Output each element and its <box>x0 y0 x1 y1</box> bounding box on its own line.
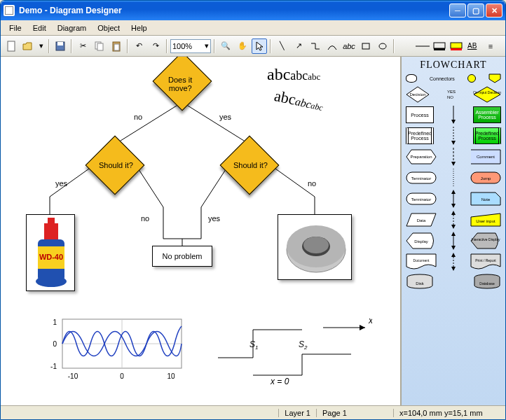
pal-process[interactable]: Process <box>406 106 434 123</box>
pal-preparation[interactable]: Preparation <box>406 149 437 164</box>
open-dropdown[interactable]: ▾ <box>37 38 46 54</box>
svg-line-23 <box>201 165 228 207</box>
pal-disk[interactable]: Disk <box>406 274 434 289</box>
menu-diagram[interactable]: Diagram <box>52 22 93 34</box>
svg-text:0: 0 <box>120 372 124 380</box>
label-yes2: yes <box>55 179 67 188</box>
curve-tool[interactable] <box>324 38 340 54</box>
sine-plot[interactable]: 1 0 -1 -10 0 10 <box>41 316 189 386</box>
minimize-button[interactable]: ─ <box>449 4 466 18</box>
ellipse-tool[interactable] <box>375 38 390 54</box>
pal-circle[interactable] <box>467 74 476 83</box>
new-button[interactable] <box>4 38 19 54</box>
close-button[interactable]: ✕ <box>486 4 502 18</box>
svg-point-36 <box>303 237 329 253</box>
image-ducttape[interactable] <box>278 214 352 280</box>
magnify-button[interactable]: 🔍 <box>218 38 233 54</box>
svg-marker-66 <box>451 162 456 166</box>
pal-display[interactable]: Display <box>406 232 437 249</box>
pal-oninput[interactable]: On-Input Decision <box>473 86 501 103</box>
label-no: no <box>134 113 142 121</box>
svg-text:User input: User input <box>476 219 495 223</box>
pal-interactive[interactable]: Interactive Display <box>470 232 501 249</box>
maximize-button[interactable]: ▢ <box>467 4 484 18</box>
pointer-button[interactable] <box>252 38 267 54</box>
svg-marker-77 <box>451 204 456 208</box>
svg-rect-13 <box>451 48 462 50</box>
svg-text:Database: Database <box>479 281 495 286</box>
svg-line-15 <box>115 102 182 144</box>
arrow-tool[interactable]: ↗ <box>291 38 306 54</box>
rect-tool[interactable] <box>358 38 374 54</box>
pal-terminator1[interactable]: Terminator <box>406 172 437 184</box>
pal-ellipse[interactable] <box>406 74 417 83</box>
copy-button[interactable] <box>92 38 107 54</box>
zoom-combo[interactable]: 100%▾ <box>170 39 211 53</box>
pal-decision[interactable]: Decision <box>406 86 430 103</box>
pal-print[interactable]: Print / Report <box>470 253 501 270</box>
svg-marker-86 <box>451 232 456 236</box>
statusbar: Layer 1 Page 1 x=104,0 mm y=15,1 mm <box>1 405 505 419</box>
pal-comment[interactable]: Comment <box>470 149 501 164</box>
pal-predef2[interactable]: Predefined Process <box>473 127 501 144</box>
text-sample[interactable]: abcabcabc <box>267 65 320 84</box>
menu-object[interactable]: Object <box>92 22 125 34</box>
align-button[interactable]: ≡ <box>483 38 498 54</box>
pal-predef1[interactable]: Predefined Process <box>406 127 434 144</box>
connector-tool[interactable] <box>308 38 323 54</box>
shape-palette[interactable]: FLOWCHART Connectors Decision YESNO On-I… <box>400 57 505 405</box>
canvas[interactable]: Does it move? Should it? Should it? No p… <box>1 57 400 405</box>
svg-text:10: 10 <box>167 372 175 380</box>
svg-text:Display: Display <box>414 239 428 244</box>
pan-button[interactable]: ✋ <box>235 38 250 54</box>
svg-rect-0 <box>8 41 15 51</box>
svg-text:AB: AB <box>467 42 477 50</box>
titlebar: Demo - Diagram Designer ─ ▢ ✕ <box>1 1 505 20</box>
pal-data[interactable]: Data <box>406 213 437 227</box>
svg-rect-6 <box>114 44 119 50</box>
pal-terminator2[interactable]: Terminator <box>406 192 437 205</box>
svg-marker-76 <box>451 190 456 194</box>
svg-text:On-Input Decision: On-Input Decision <box>473 90 501 94</box>
pal-offpage[interactable] <box>488 74 501 83</box>
line-style-icon[interactable] <box>416 43 430 50</box>
fill-color-icon[interactable] <box>449 41 463 51</box>
svg-text:WD-40: WD-40 <box>39 253 63 261</box>
svg-marker-81 <box>451 211 456 215</box>
svg-text:Print / Report: Print / Report <box>475 258 496 262</box>
pal-document[interactable]: Document <box>406 253 437 270</box>
line-color-icon[interactable] <box>432 41 446 51</box>
open-button[interactable] <box>20 38 36 54</box>
pal-arrow-icon <box>450 106 457 124</box>
svg-point-8 <box>379 43 386 49</box>
svg-text:x = 0: x = 0 <box>270 377 289 386</box>
palette-title: FLOWCHART <box>403 59 504 71</box>
svg-text:S2: S2 <box>299 340 308 351</box>
step-plot[interactable]: x S1 S2 x = 0 <box>211 316 372 386</box>
menu-help[interactable]: Help <box>125 22 153 34</box>
paste-button[interactable] <box>109 38 124 54</box>
menu-edit[interactable]: Edit <box>27 22 52 34</box>
pal-database[interactable]: Database <box>473 274 501 289</box>
undo-button[interactable]: ↶ <box>131 38 146 54</box>
label-yes3: yes <box>208 214 220 223</box>
text-tool[interactable]: abc <box>341 38 357 54</box>
pal-assembler[interactable]: Assembler Process <box>473 106 501 123</box>
text-style-icon[interactable]: AB <box>466 41 480 52</box>
svg-rect-10 <box>434 43 445 48</box>
cut-button[interactable]: ✂ <box>75 38 90 54</box>
svg-marker-53 <box>360 325 365 330</box>
svg-marker-61 <box>451 120 456 124</box>
pal-note[interactable]: Note <box>470 192 501 206</box>
toolbar: ▾ ✂ ↶ ↷ 100%▾ 🔍 ✋ ╲ ↗ abc AB ≡ <box>1 36 505 57</box>
save-button[interactable] <box>53 38 68 54</box>
image-wd40[interactable]: WD-40 <box>26 214 75 291</box>
redo-button[interactable]: ↷ <box>148 38 163 54</box>
line-tool[interactable]: ╲ <box>274 38 289 54</box>
svg-text:1: 1 <box>53 318 57 326</box>
menu-file[interactable]: File <box>4 22 27 34</box>
pal-jump[interactable]: Jump <box>470 172 501 184</box>
node-noproblem[interactable]: No problem <box>152 246 212 267</box>
pal-userinput[interactable]: User input <box>470 213 501 227</box>
svg-rect-2 <box>57 42 63 46</box>
